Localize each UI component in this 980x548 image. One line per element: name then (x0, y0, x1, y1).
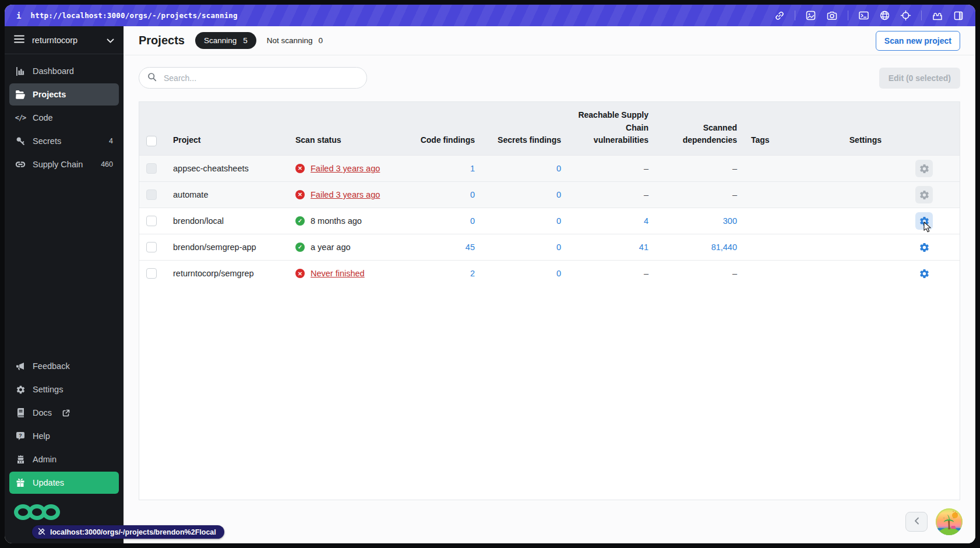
scanned-deps-link[interactable]: 300 (723, 216, 737, 226)
split-panel-icon[interactable] (953, 10, 964, 21)
project-settings-button[interactable] (915, 160, 933, 177)
tab-scanning[interactable]: Scanning 5 (195, 32, 256, 49)
sidebar-item-feedback[interactable]: Feedback (9, 355, 119, 377)
row-checkbox[interactable] (146, 268, 157, 279)
column-header-settings[interactable]: Settings (807, 102, 960, 156)
hamburger-menu-icon[interactable] (14, 35, 24, 45)
column-header-code-findings[interactable]: Code findings (412, 102, 482, 156)
row-checkbox[interactable] (146, 189, 157, 200)
org-switcher[interactable]: returntocorp (5, 26, 124, 54)
cell-reachable-vulns: – (568, 156, 655, 182)
cell-scanned-deps: – (655, 261, 744, 287)
scan-status-link[interactable]: Failed 3 years ago (311, 164, 380, 173)
search-box[interactable] (139, 67, 367, 89)
code-findings-link[interactable]: 0 (470, 216, 475, 226)
column-header-project[interactable]: Project (166, 102, 288, 156)
sidebar-item-help[interactable]: ? Help (9, 425, 119, 447)
sidebar-item-projects[interactable]: Projects (9, 83, 119, 106)
sidebar-item-docs[interactable]: Docs (9, 402, 119, 424)
crosshair-icon[interactable] (900, 10, 911, 21)
reachable-vulns-link[interactable]: 41 (639, 243, 648, 252)
svg-text:?: ? (19, 433, 22, 438)
secrets-count-badge: 4 (109, 137, 113, 145)
sidebar-item-label: Help (33, 431, 50, 441)
previous-page-button[interactable] (905, 512, 928, 532)
code-findings-link[interactable]: 2 (470, 269, 475, 278)
sidebar-item-supply-chain[interactable]: Supply Chain 460 (9, 153, 119, 175)
cell-tags (744, 156, 807, 182)
code-findings-link[interactable]: 1 (470, 164, 475, 173)
secrets-findings-link[interactable]: 0 (556, 216, 561, 226)
sidebar-item-label: Projects (33, 90, 66, 99)
chevron-down-icon[interactable] (107, 35, 114, 45)
scan-status-link[interactable]: Never finished (311, 269, 365, 278)
code-findings-link[interactable]: 45 (466, 243, 475, 252)
info-icon: i (16, 11, 21, 20)
projects-table-card: Project Scan status Code findings Secret… (139, 101, 960, 500)
check-circle-icon: ✓ (295, 216, 305, 226)
toolbar-divider (795, 10, 795, 20)
toolbar-divider (848, 10, 848, 20)
link-icon[interactable] (774, 10, 785, 21)
error-circle-icon: ✕ (295, 164, 305, 173)
scan-status-text: 8 months ago (311, 216, 362, 226)
supply-chain-count-badge: 460 (101, 160, 113, 168)
sidebar-item-label: Dashboard (33, 66, 74, 76)
code-findings-link[interactable]: 0 (470, 190, 475, 199)
sidebar-item-code[interactable]: </> Code (9, 107, 119, 129)
scanning-label: Scanning (204, 36, 237, 45)
sidebar-item-updates[interactable]: Updates (9, 472, 119, 494)
cell-project: automate (166, 182, 288, 208)
secrets-findings-link[interactable]: 0 (556, 243, 561, 252)
sidebar-item-admin[interactable]: Admin (9, 448, 119, 470)
project-settings-button[interactable] (915, 186, 933, 203)
column-header-scanned-dependencies[interactable]: Scanned dependencies (655, 102, 744, 156)
column-header-scan-status[interactable]: Scan status (288, 102, 412, 156)
camera-icon[interactable] (826, 10, 838, 21)
chain-link-icon (15, 161, 26, 168)
globe-icon[interactable] (879, 10, 890, 21)
cell-scanned-deps: – (655, 182, 744, 208)
tab-not-scanning[interactable]: Not scanning 0 (267, 36, 323, 45)
column-header-tags[interactable]: Tags (744, 102, 807, 156)
sidebar-item-settings[interactable]: Settings (9, 378, 119, 401)
table-row: appsec-cheatsheets ✕Failed 3 years ago 1… (139, 156, 960, 182)
project-settings-button[interactable] (915, 238, 933, 256)
mouse-cursor (923, 222, 932, 233)
user-avatar[interactable] (936, 508, 963, 535)
sidebar-item-label: Updates (33, 478, 64, 487)
address-url[interactable]: http://localhost:3000/orgs/-/projects/sc… (30, 11, 237, 20)
scan-new-project-button[interactable]: Scan new project (876, 31, 960, 51)
image-icon[interactable] (805, 10, 816, 21)
select-all-checkbox[interactable] (146, 136, 157, 146)
column-header-reachable-vulns[interactable]: Reachable Supply Chain vulnerabilities (568, 102, 655, 156)
sidebar-item-secrets[interactable]: Secrets 4 (9, 130, 119, 152)
external-link-icon (62, 409, 70, 417)
reachable-vulns-link[interactable]: 4 (644, 216, 648, 226)
project-settings-button[interactable] (915, 212, 933, 230)
cell-project: brendon/semgrep-app (166, 234, 288, 261)
puzzle-icon[interactable] (932, 10, 943, 21)
edit-selected-button[interactable]: Edit (0 selected) (879, 68, 960, 89)
cell-project: brendon/local (166, 208, 288, 234)
row-checkbox[interactable] (146, 242, 157, 252)
terminal-icon[interactable] (858, 10, 869, 20)
error-circle-icon: ✕ (295, 269, 305, 278)
secrets-findings-link[interactable]: 0 (556, 164, 561, 173)
scanned-deps-link[interactable]: 81,440 (711, 243, 737, 252)
sidebar-item-label: Settings (33, 385, 63, 394)
scan-status-link[interactable]: Failed 3 years ago (311, 190, 380, 199)
column-header-secrets-findings[interactable]: Secrets findings (482, 102, 568, 156)
row-checkbox[interactable] (146, 216, 157, 226)
table-header-row: Project Scan status Code findings Secret… (139, 102, 960, 156)
secrets-findings-link[interactable]: 0 (556, 269, 561, 278)
sidebar-item-dashboard[interactable]: Dashboard (9, 60, 119, 82)
link-preview-url: localhost:3000/orgs/-/projects/brendon%2… (50, 528, 216, 536)
project-settings-button[interactable] (915, 265, 933, 282)
cell-tags (744, 208, 807, 234)
org-name: returntocorp (32, 36, 77, 45)
row-checkbox[interactable] (146, 163, 157, 174)
book-icon (15, 408, 26, 417)
secrets-findings-link[interactable]: 0 (556, 190, 561, 199)
search-input[interactable] (163, 73, 358, 83)
